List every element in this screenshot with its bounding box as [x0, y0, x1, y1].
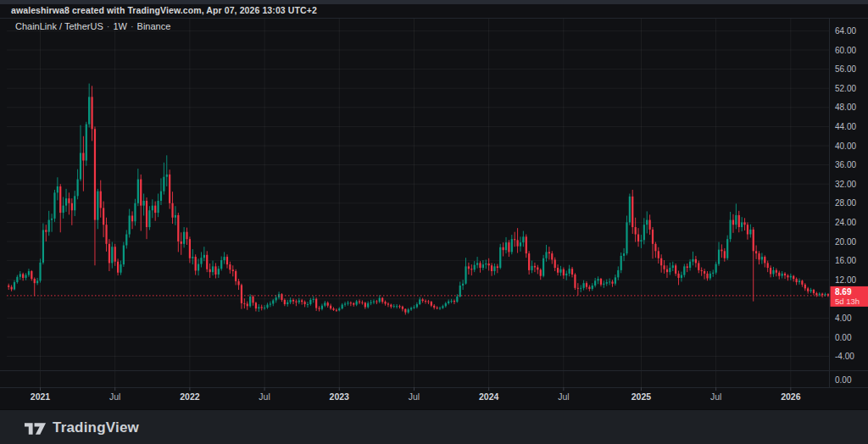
svg-text:48.00: 48.00 — [835, 103, 856, 112]
last-price-label: 8.695d 13h — [831, 286, 868, 307]
svg-text:8.69: 8.69 — [835, 287, 852, 297]
svg-text:12.00: 12.00 — [835, 275, 856, 285]
tradingview-logo-icon[interactable] — [24, 418, 47, 438]
tradingview-snapshot: awaleshirwa8 created with TradingView.co… — [0, 0, 868, 444]
grid-lines — [7, 18, 829, 387]
svg-text:32.00: 32.00 — [835, 180, 856, 189]
pane-separators — [0, 18, 868, 388]
svg-text:64.00: 64.00 — [835, 26, 856, 36]
svg-text:2026: 2026 — [781, 391, 801, 402]
svg-text:52.00: 52.00 — [835, 84, 856, 93]
svg-text:2021: 2021 — [31, 391, 51, 402]
time-axis[interactable]: 2021Jul2022Jul2023Jul2024Jul2025Jul2026 — [31, 387, 801, 402]
svg-text:60.00: 60.00 — [835, 46, 856, 55]
svg-text:Jul: Jul — [409, 391, 420, 402]
svg-text:0.00: 0.00 — [835, 333, 852, 342]
svg-text:-4.00: -4.00 — [835, 352, 854, 361]
svg-text:24.00: 24.00 — [835, 218, 856, 227]
tradingview-footer: TradingView — [0, 409, 868, 444]
svg-text:56.00: 56.00 — [835, 64, 856, 74]
svg-text:2025: 2025 — [632, 391, 652, 402]
symbol-legend[interactable]: ChainLink / TetherUS·1W·Binance — [15, 21, 170, 31]
interval-label[interactable]: 1W — [113, 21, 127, 31]
price-axis[interactable]: 64.0060.0056.0052.0048.0044.0040.0036.00… — [835, 26, 856, 385]
svg-text:0.00: 0.00 — [835, 375, 852, 385]
legend-separator: · — [127, 21, 137, 31]
legend-separator: · — [103, 21, 114, 31]
svg-text:28.00: 28.00 — [835, 198, 856, 208]
svg-text:Jul: Jul — [109, 391, 120, 402]
svg-text:Jul: Jul — [558, 391, 569, 402]
exchange-label[interactable]: Binance — [137, 21, 171, 31]
svg-text:44.00: 44.00 — [835, 122, 856, 131]
svg-text:16.00: 16.00 — [835, 256, 856, 265]
svg-text:40.00: 40.00 — [835, 142, 856, 151]
svg-text:4.00: 4.00 — [835, 314, 852, 323]
svg-text:2024: 2024 — [479, 391, 499, 402]
price-chart-pane[interactable]: 64.0060.0056.0052.0048.0044.0040.0036.00… — [0, 0, 868, 409]
svg-text:36.00: 36.00 — [835, 160, 856, 169]
tradingview-wordmark[interactable]: TradingView — [53, 419, 139, 436]
symbol-name[interactable]: ChainLink / TetherUS — [15, 21, 103, 31]
svg-text:Jul: Jul — [259, 391, 270, 402]
svg-text:Jul: Jul — [710, 391, 721, 402]
svg-text:2022: 2022 — [180, 391, 200, 402]
svg-text:5d 13h: 5d 13h — [835, 297, 860, 306]
svg-text:20.00: 20.00 — [835, 237, 856, 247]
svg-text:2023: 2023 — [330, 391, 350, 402]
